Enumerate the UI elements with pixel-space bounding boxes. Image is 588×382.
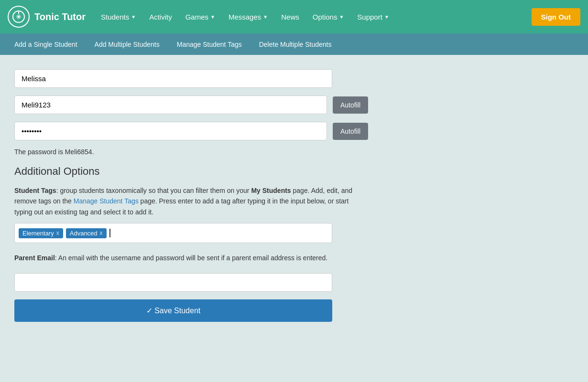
nav-item-games[interactable]: Games ▼ (180, 9, 221, 25)
brand-title: Tonic Tutor (34, 11, 86, 22)
save-student-button[interactable]: ✓ Save Student (14, 299, 332, 322)
brand-logo-icon (8, 6, 30, 28)
tags-input-container[interactable]: Elementary x Advanced x (14, 223, 332, 243)
nav-item-options[interactable]: Options ▼ (307, 9, 350, 25)
username-input[interactable] (14, 96, 327, 114)
tag-elementary-remove[interactable]: x (56, 230, 59, 236)
additional-options-title: Additional Options (14, 165, 368, 178)
username-autofill-button[interactable]: Autofill (333, 96, 368, 114)
svg-point-2 (18, 16, 20, 18)
parent-email-label: Parent Email (14, 254, 55, 262)
nav-item-news[interactable]: News (275, 9, 305, 25)
nav-item-messages[interactable]: Messages ▼ (223, 9, 273, 25)
sign-out-button[interactable]: Sign Out (532, 8, 581, 26)
brand-link[interactable]: Tonic Tutor (8, 6, 86, 28)
student-name-input[interactable] (14, 69, 332, 88)
chevron-down-icon: ▼ (210, 14, 215, 20)
subnav-delete-multiple[interactable]: Delete Multiple Students (252, 38, 338, 51)
tag-elementary-label: Elementary (22, 230, 54, 237)
chevron-down-icon: ▼ (339, 14, 344, 20)
manage-student-tags-link[interactable]: Manage Student Tags (74, 197, 139, 205)
navbar: Tonic Tutor Students ▼ Activity Games ▼ … (0, 0, 588, 33)
chevron-down-icon: ▼ (263, 14, 268, 20)
parent-email-field-group (14, 273, 368, 292)
student-tags-label: Student Tags (14, 187, 56, 194)
nav-items: Students ▼ Activity Games ▼ Messages ▼ N… (95, 9, 531, 25)
subnav-manage-tags[interactable]: Manage Student Tags (170, 38, 249, 51)
nav-item-students[interactable]: Students ▼ (95, 9, 142, 25)
tags-cursor (109, 229, 110, 237)
parent-email-description: Parent Email: An email with the username… (14, 253, 368, 263)
chevron-down-icon: ▼ (384, 14, 389, 20)
main-content: Autofill Autofill The password is Meli68… (0, 55, 382, 336)
subnav-add-multiple[interactable]: Add Multiple Students (88, 38, 166, 51)
nav-item-support[interactable]: Support ▼ (351, 9, 394, 25)
my-students-bold: My Students (251, 187, 291, 194)
password-input[interactable] (14, 122, 327, 140)
password-autofill-button[interactable]: Autofill (333, 123, 368, 140)
parent-email-section: Parent Email: An email with the username… (14, 253, 368, 263)
password-hint: The password is Meli6854. (14, 148, 368, 156)
name-field-group (14, 69, 368, 88)
parent-email-input[interactable] (14, 273, 332, 292)
nav-item-activity[interactable]: Activity (143, 9, 178, 25)
tag-advanced-label: Advanced (70, 230, 98, 237)
tag-advanced: Advanced x (66, 228, 107, 238)
chevron-down-icon: ▼ (131, 14, 136, 20)
tag-advanced-remove[interactable]: x (100, 230, 103, 236)
subnav-add-single[interactable]: Add a Single Student (8, 38, 84, 51)
password-row: Autofill (14, 122, 368, 140)
username-row: Autofill (14, 96, 368, 114)
student-tags-description: Student Tags: group students taxonomical… (14, 185, 368, 217)
subnav: Add a Single Student Add Multiple Studen… (0, 33, 588, 55)
tag-elementary: Elementary x (19, 228, 63, 238)
